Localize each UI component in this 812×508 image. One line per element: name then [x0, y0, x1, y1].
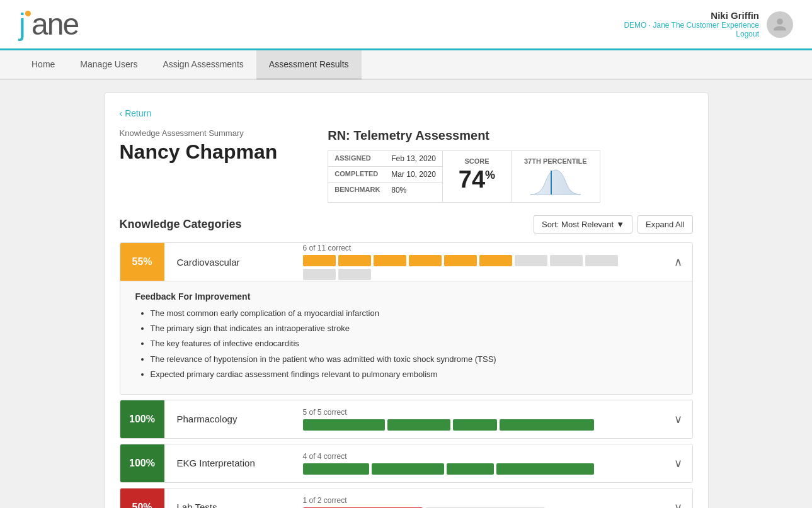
score-label: SCORE	[455, 157, 498, 165]
chevron-left-icon: ‹	[120, 108, 123, 118]
feedback-item: The most common early complication of a …	[151, 308, 677, 319]
category-name-lab-tests: Lab Tests	[164, 502, 290, 508]
logout-link[interactable]: Logout	[736, 30, 759, 38]
category-name-pharmacology: Pharmacology	[164, 414, 290, 424]
progress-bar	[515, 255, 547, 266]
main-content: ‹ Return Knowledge Assessment Summary Na…	[91, 93, 721, 508]
nav-item-home[interactable]: Home	[19, 50, 67, 80]
progress-bar	[479, 255, 512, 266]
benchmark-row: BENCHMARK 80%	[328, 183, 442, 198]
progress-bar	[374, 255, 406, 266]
category-header-cardiovascular[interactable]: 55% Cardiovascular 6 of 11 correct	[120, 243, 692, 281]
progress-bars-cardiovascular	[303, 255, 651, 280]
progress-bar	[500, 419, 594, 431]
benchmark-value: 80%	[385, 183, 413, 198]
completed-label: COMPLETED	[328, 167, 385, 182]
category-header-pharmacology[interactable]: 100% Pharmacology 5 of 5 correct ∨	[120, 400, 692, 438]
score-value: 74%	[455, 167, 498, 191]
sort-button[interactable]: Sort: Most Relevant ▼	[534, 215, 632, 234]
category-badge-ekg: 100%	[120, 444, 164, 482]
collapse-icon-cardiovascular[interactable]: ∧	[664, 255, 692, 269]
percentile-label: 37TH PERCENTILE	[524, 157, 587, 165]
progress-bar	[338, 269, 371, 280]
percentile-chart	[527, 167, 584, 196]
nav-item-manage-users[interactable]: Manage Users	[67, 50, 150, 80]
summary-left: Knowledge Assessment Summary Nancy Chapm…	[120, 128, 278, 164]
progress-bar	[453, 419, 497, 431]
assigned-value: Feb 13, 2020	[385, 151, 442, 166]
category-name-cardiovascular: Cardiovascular	[164, 257, 290, 268]
user-info: Niki Griffin DEMO · Jane The Customer Ex…	[624, 10, 759, 38]
progress-bar	[496, 463, 594, 475]
assessment-info: ASSIGNED Feb 13, 2020 COMPLETED Mar 10, …	[328, 150, 692, 203]
categories-header: Knowledge Categories Sort: Most Relevant…	[120, 215, 693, 234]
category-progress-ekg: 4 of 4 correct	[290, 452, 664, 475]
category-name-ekg: EKG Interpretation	[164, 458, 290, 468]
return-link[interactable]: ‹ Return	[120, 108, 152, 118]
summary-subtitle: Knowledge Assessment Summary	[120, 128, 278, 138]
expand-icon-pharmacology[interactable]: ∨	[664, 412, 692, 426]
expand-all-button[interactable]: Expand All	[638, 215, 692, 234]
progress-bar	[338, 255, 371, 266]
progress-bar	[550, 255, 583, 266]
category-badge-lab-tests: 50%	[120, 488, 164, 508]
user-links: DEMO · Jane The Customer Experience Logo…	[624, 21, 759, 38]
summary-card: ‹ Return Knowledge Assessment Summary Na…	[104, 93, 709, 508]
info-table: ASSIGNED Feb 13, 2020 COMPLETED Mar 10, …	[328, 150, 442, 203]
completed-value: Mar 10, 2020	[385, 167, 442, 182]
category-progress-cardiovascular: 6 of 11 correct	[290, 244, 664, 280]
progress-bar	[303, 463, 369, 475]
nav-item-assessment-results[interactable]: Assessment Results	[256, 50, 362, 80]
percentile-box: 37TH PERCENTILE	[512, 150, 600, 203]
summary-right: RN: Telemetry Assessment ASSIGNED Feb 13…	[328, 128, 692, 203]
progress-label-ekg: 4 of 4 correct	[303, 452, 651, 461]
category-badge-cardiovascular: 55%	[120, 243, 164, 281]
app-header: j ane Niki Griffin DEMO · Jane The Custo…	[0, 0, 812, 50]
demo-link[interactable]: DEMO · Jane The Customer Experience	[624, 21, 759, 30]
category-header-ekg[interactable]: 100% EKG Interpretation 4 of 4 correct ∨	[120, 444, 692, 482]
summary-header: Knowledge Assessment Summary Nancy Chapm…	[120, 128, 693, 203]
progress-label-pharmacology: 5 of 5 correct	[303, 408, 651, 417]
logo-dot	[25, 11, 31, 16]
nav-item-assign-assessments[interactable]: Assign Assessments	[150, 50, 256, 80]
progress-bars-pharmacology	[303, 419, 651, 431]
feedback-title: Feedback For Improvement	[135, 291, 677, 302]
categories-title: Knowledge Categories	[120, 218, 242, 231]
feedback-list: The most common early complication of a …	[135, 308, 677, 380]
progress-bar	[409, 255, 442, 266]
user-name: Niki Griffin	[624, 10, 759, 21]
category-badge-pharmacology: 100%	[120, 400, 164, 438]
expand-icon-ekg[interactable]: ∨	[664, 456, 692, 470]
category-progress-pharmacology: 5 of 5 correct	[290, 408, 664, 431]
progress-bar	[303, 269, 336, 280]
progress-bar	[444, 255, 477, 266]
progress-bar	[303, 419, 385, 431]
category-progress-lab-tests: 1 of 2 correct	[290, 496, 664, 508]
progress-bars-ekg	[303, 463, 651, 475]
logo: j ane	[19, 9, 78, 40]
assessment-title: RN: Telemetry Assessment	[328, 128, 692, 143]
progress-bar	[447, 463, 494, 475]
category-row-lab-tests: 50% Lab Tests 1 of 2 correct ∨	[120, 488, 693, 508]
feedback-item: Expected primary cardiac assessment find…	[151, 369, 677, 380]
category-header-lab-tests[interactable]: 50% Lab Tests 1 of 2 correct ∨	[120, 488, 692, 508]
patient-name: Nancy Chapman	[120, 140, 278, 164]
progress-bar	[387, 419, 450, 431]
progress-bar	[303, 255, 336, 266]
progress-bar	[585, 255, 618, 266]
assigned-row: ASSIGNED Feb 13, 2020	[328, 151, 442, 167]
progress-label-lab-tests: 1 of 2 correct	[303, 496, 651, 505]
benchmark-label: BENCHMARK	[328, 183, 385, 198]
logo-area: j ane	[19, 9, 78, 40]
categories-controls: Sort: Most Relevant ▼ Expand All	[534, 215, 692, 234]
score-box: SCORE 74%	[442, 150, 512, 203]
progress-label-cardiovascular: 6 of 11 correct	[303, 244, 651, 252]
feedback-item: The relevance of hypotension in the pati…	[151, 354, 677, 365]
expand-icon-lab-tests[interactable]: ∨	[664, 500, 692, 508]
user-area: Niki Griffin DEMO · Jane The Customer Ex…	[624, 10, 793, 38]
completed-row: COMPLETED Mar 10, 2020	[328, 167, 442, 183]
category-row-cardiovascular: 55% Cardiovascular 6 of 11 correct	[120, 242, 693, 395]
nav-bar: Home Manage Users Assign Assessments Ass…	[0, 50, 812, 80]
assigned-label: ASSIGNED	[328, 151, 385, 166]
dropdown-icon: ▼	[616, 220, 624, 229]
